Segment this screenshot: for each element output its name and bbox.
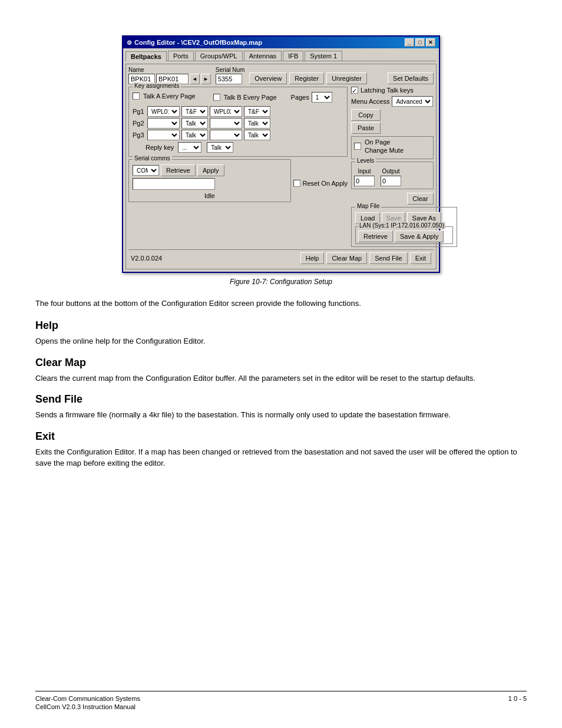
help-button[interactable]: Help xyxy=(300,252,325,264)
screenshot-area: ⚙ Config Editor - \CEV2_OutOfBoxMap.map … xyxy=(35,35,527,286)
on-page-checkbox-row: On PageChange Mute xyxy=(354,138,431,155)
levels-row: Input Output xyxy=(354,168,431,186)
reset-on-apply-label: Reset On Apply xyxy=(303,180,348,187)
save-and-apply-button[interactable]: Save & Apply xyxy=(395,230,444,242)
retrieve-button[interactable]: Retrieve xyxy=(161,164,196,176)
on-page-box: On PageChange Mute xyxy=(351,136,434,159)
pg1-right-mode-select[interactable]: T&FL xyxy=(244,106,270,117)
copy-paste-col: Copy Paste xyxy=(351,109,434,134)
reset-on-apply-checkbox[interactable] xyxy=(293,180,300,187)
pg1-right-wpl-select[interactable]: WPL02 [WPL2 xyxy=(210,106,242,117)
output-level-label: Output xyxy=(382,168,399,174)
page-footer: Clear-Com Communication Systems CellCom … xyxy=(35,691,527,710)
pg3-left-wpl-select[interactable] xyxy=(147,130,180,140)
tab-ports[interactable]: Ports xyxy=(168,51,194,61)
reply-talk-select[interactable]: Talk xyxy=(207,142,233,153)
bottom-section: Serial comms COM1 Retrieve Apply xyxy=(128,159,348,202)
pg1-left-wpl-select[interactable]: WPL01 [WPL1 xyxy=(147,106,180,117)
send-file-heading: Send File xyxy=(35,393,527,406)
reset-on-apply-area: Reset On Apply xyxy=(293,159,348,202)
right-column: ✓ Latching Talk keys Menu Access Advance… xyxy=(351,87,434,247)
close-button[interactable]: ✕ xyxy=(426,38,435,47)
menu-access-select[interactable]: Advanced xyxy=(392,96,433,107)
tab-antennas[interactable]: Antennas xyxy=(244,51,282,61)
levels-groupbox: Levels Input Output xyxy=(351,162,434,189)
copy-button[interactable]: Copy xyxy=(351,109,381,121)
output-level-input[interactable] xyxy=(381,176,401,186)
input-level-label: Input xyxy=(358,168,371,174)
pg2-left-mode-select[interactable]: Talk xyxy=(181,118,208,129)
unregister-button[interactable]: Unregister xyxy=(326,73,367,84)
pg1-left-mode-select[interactable]: T&FL xyxy=(181,106,208,117)
clear-map-button[interactable]: Clear Map xyxy=(326,252,367,264)
on-page-checkbox[interactable] xyxy=(354,143,361,150)
set-defaults-button[interactable]: Set Defaults xyxy=(388,73,434,84)
footer-line2: CellCom V2.0.3 Instruction Manual xyxy=(35,703,140,710)
clear-button[interactable]: Clear xyxy=(407,193,434,205)
send-file-body: Sends a firmware file (normally a 4kr fi… xyxy=(35,409,527,421)
menu-access-row: Menu Access Advanced xyxy=(351,96,434,107)
tab-ifb[interactable]: IFB xyxy=(283,51,303,61)
figure-caption: Figure 10-7: Configuration Setup xyxy=(230,278,332,286)
latching-talk-checkbox[interactable]: ✓ xyxy=(351,87,358,94)
tab-groups-wpl[interactable]: Groups/WPL xyxy=(195,51,243,61)
paste-button[interactable]: Paste xyxy=(351,122,381,134)
minimize-button[interactable]: _ xyxy=(405,38,414,47)
lan-buttons-row: Retrieve Save & Apply xyxy=(358,230,450,242)
talk-b-label: Talk B Every Page xyxy=(224,94,277,101)
help-body: Opens the online help for the Configurat… xyxy=(35,335,527,347)
pg2-left-wpl-select[interactable] xyxy=(147,118,180,129)
talk-a-checkbox[interactable] xyxy=(133,93,140,100)
talk-b-checkbox[interactable] xyxy=(213,94,220,101)
overview-button[interactable]: Overview xyxy=(249,73,287,84)
maximize-button[interactable]: □ xyxy=(415,38,425,47)
key-assignments-title: Key assignments xyxy=(133,83,181,89)
serial-num-field-group: Serial Num xyxy=(216,67,244,84)
window-titlebar: ⚙ Config Editor - \CEV2_OutOfBoxMap.map … xyxy=(123,37,439,48)
serial-status-display xyxy=(133,178,215,190)
nav-prev-button[interactable]: ◄ xyxy=(190,74,200,84)
footer-left: Clear-Com Communication Systems CellCom … xyxy=(35,695,140,710)
levels-title: Levels xyxy=(355,157,376,164)
footer-page-number: 1 0 - 5 xyxy=(508,695,527,710)
input-level-field: Input xyxy=(354,168,375,186)
nav-controls: ◄ ► xyxy=(190,74,211,84)
footer-line1: Clear-Com Communication Systems xyxy=(35,695,140,702)
pg2-right-wpl-select[interactable] xyxy=(210,118,242,129)
exit-button[interactable]: Exit xyxy=(410,252,431,264)
lan-title: LAN (Sys:1 IP:172.016.007.050) xyxy=(358,222,445,229)
pg3-left-mode-select[interactable]: Talk xyxy=(181,130,208,140)
pages-select[interactable]: 1 xyxy=(312,92,332,103)
pg2-right-mode-select[interactable]: Talk xyxy=(244,118,270,129)
map-file-title: Map File xyxy=(355,203,381,209)
app-icon: ⚙ xyxy=(127,39,132,46)
reply-key-select[interactable]: ... xyxy=(178,142,201,153)
retrieve-lan-button[interactable]: Retrieve xyxy=(358,230,393,242)
com-port-select[interactable]: COM1 xyxy=(133,165,159,176)
document-content: The four buttons at the bottom of the Co… xyxy=(35,298,527,469)
reply-key-row: Reply key ... Talk xyxy=(133,142,343,153)
nav-next-button[interactable]: ► xyxy=(201,74,211,84)
tab-bar: Beltpacks Ports Groups/WPL Antennas IFB … xyxy=(125,51,437,61)
key-assignments-groupbox: Key assignments Talk A Every Page xyxy=(128,87,348,157)
send-file-button[interactable]: Send File xyxy=(369,252,407,264)
pg3-label: Pg3 xyxy=(133,131,146,139)
pg3-right-mode-select[interactable]: Talk xyxy=(244,130,270,140)
input-level-input[interactable] xyxy=(354,176,375,186)
apply-button[interactable]: Apply xyxy=(197,164,224,176)
talk-a-label: Talk A Every Page xyxy=(143,93,196,100)
tab-beltpacks[interactable]: Beltpacks xyxy=(125,51,167,61)
serial-comms-title: Serial comms xyxy=(133,155,172,162)
window-controls[interactable]: _ □ ✕ xyxy=(405,38,435,47)
tab-system1[interactable]: System 1 xyxy=(305,51,342,61)
clear-map-heading: Clear Map xyxy=(35,357,527,369)
pg2-row: Pg2 Talk xyxy=(133,118,343,129)
toolbar-buttons: Help Clear Map Send File Exit xyxy=(300,252,431,264)
window-title: Config Editor - \CEV2_OutOfBoxMap.map xyxy=(134,39,262,46)
serial-row: COM1 Retrieve Apply xyxy=(133,164,287,176)
pg1-row: Pg1 WPL01 [WPL1 T&FL WPL02 [WPL2 xyxy=(133,106,343,117)
left-column: Key assignments Talk A Every Page xyxy=(128,87,348,247)
serial-num-input[interactable] xyxy=(216,74,242,84)
pg3-right-wpl-select[interactable] xyxy=(210,130,242,140)
register-button[interactable]: Register xyxy=(289,73,324,84)
